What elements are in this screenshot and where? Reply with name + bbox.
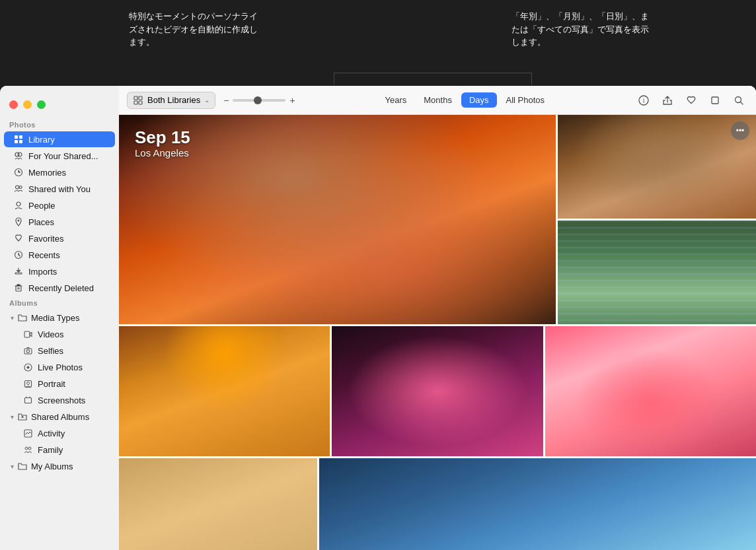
family-icon bbox=[22, 444, 33, 455]
live-photos-label: Live Photos bbox=[38, 362, 83, 372]
zoom-slider[interactable]: − + bbox=[223, 95, 295, 106]
favorite-button[interactable] bbox=[682, 91, 700, 110]
sidebar-item-library[interactable]: Library bbox=[4, 131, 115, 147]
sidebar-item-favorites[interactable]: Favorites bbox=[4, 230, 115, 246]
svg-rect-3 bbox=[15, 135, 18, 139]
library-selector-icon bbox=[133, 95, 143, 106]
sidebar-item-recently-deleted[interactable]: Recently Deleted bbox=[4, 280, 115, 296]
people-icon bbox=[13, 200, 24, 211]
photo-man[interactable]: ••• bbox=[558, 115, 756, 219]
sidebar-item-recently-deleted-label: Recently Deleted bbox=[28, 283, 94, 293]
tab-days[interactable]: Days bbox=[461, 92, 497, 108]
sidebar-group-media-types[interactable]: ▾ Media Types bbox=[4, 310, 115, 326]
favorites-icon bbox=[13, 233, 24, 244]
sidebar-item-recents-label: Recents bbox=[28, 250, 60, 260]
maximize-button[interactable] bbox=[37, 100, 46, 109]
svg-point-12 bbox=[17, 202, 20, 206]
share-button[interactable] bbox=[658, 91, 677, 110]
activity-label: Activity bbox=[38, 429, 65, 438]
sidebar-item-selfies[interactable]: Selfies bbox=[4, 343, 115, 359]
photo-bubblegum[interactable] bbox=[545, 326, 756, 457]
photo-rain[interactable] bbox=[558, 221, 756, 324]
traffic-lights bbox=[0, 94, 119, 118]
shared-albums-label: Shared Albums bbox=[31, 412, 89, 422]
svg-point-27 bbox=[25, 447, 28, 450]
selfies-label: Selfies bbox=[38, 346, 63, 356]
zoom-thumb[interactable] bbox=[254, 96, 262, 104]
bracket-line bbox=[334, 73, 532, 86]
shared-albums-folder-icon bbox=[17, 411, 28, 422]
zoom-plus[interactable]: + bbox=[289, 95, 295, 106]
photo-woman[interactable]: Sep 15 Los Angeles bbox=[119, 115, 556, 324]
photo-beads[interactable] bbox=[119, 326, 330, 457]
sidebar: Photos Library For Y bbox=[0, 86, 119, 550]
zoom-minus[interactable]: − bbox=[223, 95, 229, 106]
sidebar-item-memories[interactable]: Memories bbox=[4, 164, 115, 180]
svg-point-23 bbox=[26, 382, 29, 384]
library-selector-chevron: ⌄ bbox=[204, 96, 209, 104]
tooltip-right: 「年別」、「月別」、「日別」、または「すべての写真」で写真を表示します。 bbox=[511, 7, 657, 86]
my-albums-label: My Albums bbox=[31, 462, 73, 471]
sidebar-item-portrait[interactable]: Portrait bbox=[4, 376, 115, 392]
activity-icon bbox=[22, 428, 33, 438]
toolbar-right: i bbox=[634, 91, 748, 110]
for-your-shared-icon bbox=[13, 151, 24, 161]
crop-button[interactable] bbox=[706, 91, 724, 110]
search-button[interactable] bbox=[730, 91, 748, 110]
sidebar-item-people-label: People bbox=[28, 201, 55, 211]
sidebar-item-screenshots[interactable]: Screenshots bbox=[4, 392, 115, 408]
svg-rect-35 bbox=[712, 97, 718, 104]
svg-point-28 bbox=[28, 447, 31, 450]
screenshots-icon bbox=[22, 395, 33, 405]
more-label: ••• bbox=[736, 126, 745, 135]
family-label: Family bbox=[38, 445, 63, 455]
recents-icon bbox=[13, 250, 24, 260]
screenshots-label: Screenshots bbox=[38, 395, 85, 405]
sidebar-item-activity[interactable]: Activity bbox=[4, 425, 115, 441]
chevron-right-icon: ▾ bbox=[11, 463, 14, 470]
recently-deleted-icon bbox=[13, 283, 24, 293]
sidebar-item-videos[interactable]: Videos bbox=[4, 326, 115, 342]
places-icon bbox=[13, 217, 24, 227]
more-button[interactable]: ••• bbox=[731, 121, 749, 140]
sidebar-group-shared-albums[interactable]: ▾ Shared Albums bbox=[4, 409, 115, 425]
svg-rect-5 bbox=[15, 140, 18, 143]
sidebar-item-live-photos[interactable]: Live Photos bbox=[4, 359, 115, 375]
svg-rect-6 bbox=[19, 140, 22, 143]
sidebar-item-memories-label: Memories bbox=[28, 168, 66, 178]
sidebar-item-imports-label: Imports bbox=[28, 267, 57, 277]
svg-rect-16 bbox=[16, 286, 21, 291]
library-selector[interactable]: Both Libraries ⌄ bbox=[127, 92, 215, 109]
sidebar-item-shared-with-you[interactable]: Shared with You bbox=[4, 181, 115, 197]
sidebar-item-imports[interactable]: Imports bbox=[4, 263, 115, 279]
chevron-down-icon: ▾ bbox=[11, 314, 14, 322]
minimize-button[interactable] bbox=[23, 100, 32, 109]
videos-label: Videos bbox=[38, 329, 64, 339]
tab-all-photos[interactable]: All Photos bbox=[498, 92, 553, 108]
photo-afro[interactable] bbox=[332, 326, 543, 457]
tab-months[interactable]: Months bbox=[416, 92, 460, 108]
svg-point-10 bbox=[16, 186, 19, 189]
photo-row-top: Sep 15 Los Angeles ••• bbox=[119, 115, 756, 324]
close-button[interactable] bbox=[9, 100, 18, 109]
tab-years[interactable]: Years bbox=[377, 92, 415, 108]
svg-rect-29 bbox=[134, 96, 137, 100]
sidebar-item-places[interactable]: Places bbox=[4, 214, 115, 230]
date-label: Sep 15 Los Angeles bbox=[135, 128, 190, 158]
sidebar-group-my-albums[interactable]: ▾ My Albums bbox=[4, 458, 115, 474]
sidebar-item-people[interactable]: People bbox=[4, 197, 115, 213]
photo-partial-1[interactable] bbox=[119, 458, 317, 550]
photo-partial-2[interactable] bbox=[319, 458, 756, 550]
photo-stack-right: ••• bbox=[558, 115, 756, 324]
sidebar-item-favorites-label: Favorites bbox=[28, 234, 63, 244]
sidebar-item-recents[interactable]: Recents bbox=[4, 247, 115, 263]
zoom-track[interactable] bbox=[233, 99, 285, 102]
info-button[interactable]: i bbox=[634, 91, 653, 110]
sidebar-item-family[interactable]: Family bbox=[4, 442, 115, 458]
annotation-area: 特別なモーメントのパーソナライズされたビデオを自動的に作成します。 「年別」、「… bbox=[0, 0, 756, 86]
imports-icon bbox=[13, 266, 24, 277]
shared-with-you-icon bbox=[13, 184, 24, 194]
sidebar-item-for-your-shared[interactable]: For Your Shared... bbox=[4, 148, 115, 164]
main-window: Photos Library For Y bbox=[0, 86, 756, 550]
my-albums-folder-icon bbox=[17, 461, 28, 471]
